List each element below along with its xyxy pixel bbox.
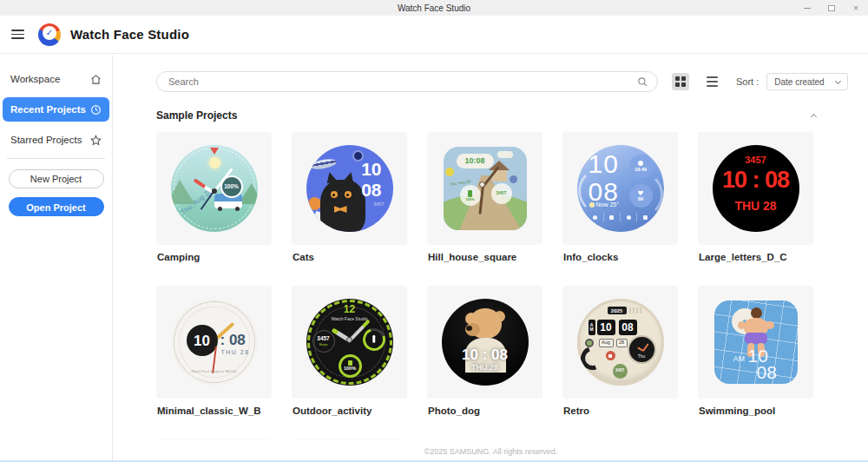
van-wheel (218, 207, 222, 211)
sun-icon (209, 157, 220, 168)
sidebar-item-label: Workspace (10, 74, 60, 84)
forecast-icon (620, 213, 636, 221)
watchface-outdoor-activity: 12 Watch Face Studio 3457Steps 100% (306, 299, 393, 386)
cloud-shape (497, 151, 513, 158)
section-header: Sample Projects (156, 109, 819, 122)
watchface-minimal-classic: 10 : 08 THU 28 Watch Face Studio in SEOU… (171, 299, 258, 386)
face-minute: 08 (757, 363, 777, 381)
project-name: Photo_dog (428, 406, 542, 416)
battery-complication: 100% (339, 354, 362, 378)
sidebar-item-label: Recent Projects (10, 104, 86, 115)
cat-eye (331, 191, 338, 198)
face-date: THU 28 (221, 349, 250, 355)
search-input[interactable] (157, 76, 657, 87)
new-project-button[interactable]: New Project (9, 169, 104, 188)
project-card-photo-dog[interactable]: 10 : 08 THU 28 Photo_dog (427, 286, 542, 439)
sidebar-divider (7, 158, 105, 159)
open-project-button[interactable]: Open Project (9, 197, 104, 216)
project-name: Swimming_pool (699, 406, 813, 416)
sunrise-complication: 18:49 (629, 155, 653, 178)
yarn-ball-shape (308, 197, 321, 210)
minimize-icon[interactable] (802, 3, 812, 13)
sidebar-item-recent-projects[interactable]: Recent Projects (3, 97, 109, 122)
forecast-icon (603, 213, 620, 221)
sidebar-item-label: Starred Projects (10, 135, 82, 145)
face-minute: 08 (361, 181, 381, 199)
watchface-hill-house: 10:08 Thu, Aug 28 100% 3457 (444, 147, 527, 230)
project-grid: Thu, Aug 28 100% Camping (156, 132, 868, 440)
project-card-cats[interactable]: 10 08 3457 Cats (292, 132, 407, 286)
face-brand-text: Watch Face Studio in SEOUL (171, 370, 258, 373)
list-view-button[interactable] (703, 73, 720, 90)
watchface-info-clocks: 10 08 18:49 89 Now 25° (577, 145, 664, 232)
watchface-swimming-pool: AM 10 08 (714, 300, 798, 384)
face-time-cloud: 10:08 (457, 154, 494, 168)
steps-complication: 3457 (491, 183, 512, 204)
project-name: Outdoor_activity (293, 406, 407, 416)
face-minute: : 08 (220, 333, 246, 347)
face-hour: 10 (589, 151, 619, 177)
sort-dropdown[interactable]: Date created (766, 73, 848, 90)
sort-label: Sort : (736, 76, 759, 87)
project-thumbnail: 10 08 3457 (292, 132, 407, 245)
project-name: Retro (563, 406, 678, 416)
watchface-large-letters: 3457 10 : 08 THU 28 (713, 145, 799, 232)
search-box[interactable] (156, 71, 658, 92)
month-panel: Aug (599, 339, 614, 347)
dog-nose (466, 326, 472, 331)
flip-hour-panel: 10 (597, 320, 615, 335)
sidebar: Workspace Recent Projects Starred Projec… (0, 55, 113, 462)
close-icon[interactable]: × (851, 3, 861, 13)
weather-row: Now 25° (589, 201, 620, 208)
search-icon (637, 76, 648, 88)
forecast-row (588, 213, 654, 221)
sidebar-item-starred-projects[interactable]: Starred Projects (0, 129, 112, 151)
project-card-camping[interactable]: Thu, Aug 28 100% Camping (156, 132, 272, 286)
collapse-section-button[interactable] (808, 110, 819, 121)
sun-icon (589, 202, 595, 208)
project-card-minimal-classic[interactable]: 10 : 08 THU 28 Watch Face Studio in SEOU… (156, 286, 272, 439)
record-button-shape (606, 351, 615, 360)
center-pin (479, 182, 485, 188)
sidebar-item-workspace[interactable]: Workspace (0, 68, 112, 90)
forecast-icon (588, 213, 603, 221)
project-card-info-clocks[interactable]: 10 08 18:49 89 Now 25° Info_clocks (562, 132, 678, 286)
clock-icon (90, 104, 102, 116)
project-card-large-letters[interactable]: 3457 10 : 08 THU 28 Large_letters_D_C (698, 132, 813, 286)
project-name: Large_letters_D_C (699, 252, 813, 262)
window-controls: × (802, 0, 861, 16)
window-titlebar: Watch Face Studio × (0, 0, 868, 16)
project-card-outdoor-activity[interactable]: 12 Watch Face Studio 3457Steps 100% Outd… (292, 286, 407, 439)
project-card-hill-house[interactable]: 10:08 Thu, Aug 28 100% 3457 Hill_house_s… (427, 132, 542, 286)
cat-body-shape (320, 180, 365, 232)
project-card-swimming-pool[interactable]: AM 10 08 Swimming_pool (698, 286, 813, 439)
face-hour: 10 (187, 325, 218, 356)
sun-icon (638, 161, 643, 166)
chevron-up-icon (810, 114, 816, 120)
grid-view-button[interactable] (672, 73, 689, 90)
project-thumbnail: 3457 10 : 08 THU 28 (698, 132, 813, 245)
sort-value: Date created (774, 77, 824, 87)
day-panel: 28 (616, 339, 628, 347)
copyright-text: ©2025 SAMSUNG. All rights reserved. (424, 447, 558, 456)
fish-shape (309, 157, 337, 170)
face-time: 10 : 08 (713, 168, 799, 192)
project-name: Minimal_classic_W_B (157, 406, 272, 416)
forecast-icon (636, 213, 653, 221)
main-area: Sort : Date created Sample Projects (114, 55, 868, 462)
steps-complication: 3457Steps (312, 330, 335, 353)
menu-icon[interactable] (11, 30, 24, 39)
watchface-cats: 10 08 3457 (306, 145, 393, 232)
project-thumbnail: 12 Watch Face Studio 3457Steps 100% (292, 286, 407, 399)
compass-marker (210, 148, 219, 155)
grid-view-icon (675, 76, 686, 87)
project-thumbnail: AM 10 08 (698, 286, 813, 399)
project-card-retro[interactable]: 2025 AM 10 08 Aug 28 Thu (562, 286, 678, 439)
content-area: Sort : Date created Sample Projects (114, 55, 868, 440)
weekday-subdial: Thu (628, 335, 656, 364)
project-thumbnail: 10 : 08 THU 28 Watch Face Studio in SEOU… (156, 286, 272, 399)
maximize-icon[interactable] (826, 3, 837, 13)
year-badge: 2025 (608, 307, 627, 314)
speaker-grill (629, 307, 643, 314)
compass-needle (372, 335, 375, 343)
